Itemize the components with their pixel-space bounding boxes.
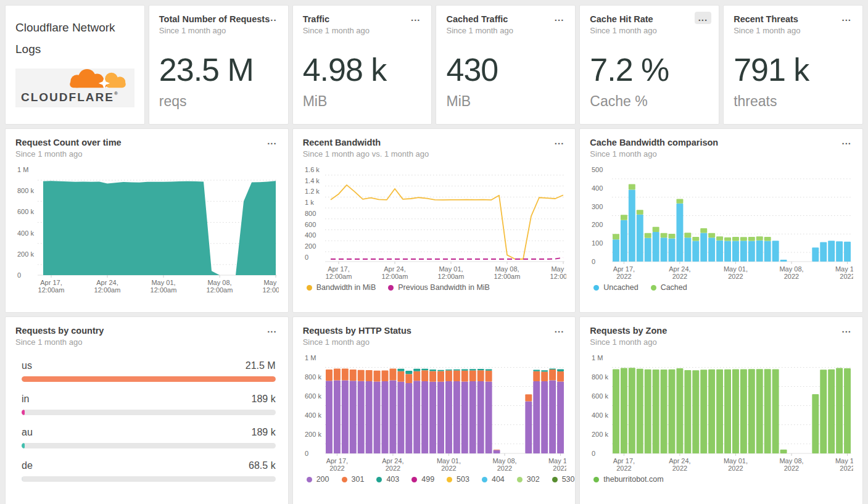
panel-subtitle: Since 1 month ago — [159, 26, 278, 35]
cache-bandwidth-stacked-bar-chart: 5004003002001000Apr 17,2022Apr 24,2022Ma… — [590, 165, 853, 282]
legend-dot-icon — [307, 477, 312, 482]
legend-dot-icon — [376, 477, 382, 482]
country-bar-track — [22, 443, 276, 448]
panel-recent-bandwidth-chart: Recent Bandwidth Since 1 month ago vs. 1… — [292, 128, 576, 313]
svg-text:Apr 24,12:00am: Apr 24,12:00am — [381, 265, 408, 280]
svg-text:800: 800 — [305, 210, 316, 217]
legend-dot-icon — [552, 477, 558, 482]
panel-title: Requests by country — [15, 326, 278, 336]
legend-dot-icon — [388, 285, 394, 291]
svg-text:1 M: 1 M — [17, 166, 28, 173]
panel-total-requests: Total Number of Requests Since 1 month a… — [149, 5, 289, 125]
dashboard: Cloudflare Network Logs CLOUDFLARE® Tota… — [0, 0, 868, 504]
chart-legend: 200301403499503404302530526524 — [307, 475, 566, 484]
panel-menu-button[interactable]: ... — [838, 135, 855, 147]
panel-menu-button[interactable]: ... — [407, 12, 424, 24]
legend-dot-icon — [482, 477, 487, 482]
panel-subtitle: Since 1 month ago — [734, 26, 853, 35]
panel-title: Traffic — [303, 14, 422, 24]
panel-subtitle: Since 1 month ago vs. 1 month ago — [303, 149, 566, 159]
country-value: 189 k — [252, 394, 276, 405]
svg-text:0: 0 — [305, 254, 308, 261]
country-row-au: au 189 k — [15, 427, 278, 448]
panel-menu-button[interactable]: ... — [695, 12, 712, 24]
panel-recent-threats: Recent Threats Since 1 month ago ... 791… — [723, 5, 863, 125]
panel-subtitle: Since 1 month ago — [590, 337, 853, 347]
panel-menu-button[interactable]: ... — [551, 12, 568, 24]
legend-dot-icon — [447, 477, 452, 482]
svg-text:0: 0 — [592, 450, 595, 457]
panel-menu-button[interactable]: ... — [838, 323, 855, 336]
panel-menu-button[interactable]: ... — [263, 323, 281, 336]
kpi-value: 791 k — [734, 51, 853, 88]
panel-title: Cache Bandwidth comparison — [590, 138, 853, 147]
country-row-in: in 189 k — [15, 394, 278, 415]
legend-dot-icon — [593, 285, 599, 291]
svg-text:May 15,12:00am: May 15,12:00am — [550, 265, 566, 280]
svg-text:800 k: 800 k — [17, 187, 34, 194]
svg-text:1 M: 1 M — [592, 354, 603, 361]
kpi-unit: reqs — [159, 93, 278, 110]
panel-menu-button[interactable]: ... — [263, 12, 281, 24]
legend-dot-icon — [651, 285, 656, 291]
kpi-unit: MiB — [446, 93, 565, 110]
panel-subtitle: Since 1 month ago — [590, 149, 853, 159]
svg-text:May 01,12:00am: May 01,12:00am — [151, 279, 177, 294]
panel-title: Cached Traffic — [446, 14, 565, 24]
svg-text:200 k: 200 k — [592, 431, 608, 438]
country-label: in — [22, 394, 29, 405]
svg-text:600: 600 — [305, 221, 316, 228]
legend-item: 503 — [447, 475, 469, 484]
legend-dot-icon — [411, 477, 417, 482]
legend-item: Cached — [651, 283, 687, 292]
country-bar-track — [22, 410, 276, 415]
country-value: 189 k — [252, 427, 276, 438]
legend-item: theburritobot.com — [593, 475, 663, 484]
svg-text:400 k: 400 k — [592, 411, 608, 419]
http-status-stacked-bar-chart: 1 M800 k600 k400 k200 k0Apr 17,2022Apr 2… — [303, 353, 566, 474]
panel-subtitle: Since 1 month ago — [446, 26, 565, 35]
svg-text:200: 200 — [592, 221, 603, 228]
svg-text:200 k: 200 k — [17, 250, 34, 258]
cloudflare-logo: CLOUDFLARE® — [15, 68, 134, 107]
panel-title: Requests by Zone — [590, 326, 853, 336]
svg-text:400: 400 — [592, 184, 603, 192]
legend-item: 499 — [411, 475, 434, 484]
country-value: 21.5 M — [246, 360, 276, 371]
panel-cached-traffic: Cached Traffic Since 1 month ago ... 430… — [436, 5, 576, 125]
panel-menu-button[interactable]: ... — [551, 135, 568, 147]
svg-text:100: 100 — [592, 239, 603, 247]
legend-dot-icon — [307, 285, 312, 291]
svg-text:600 k: 600 k — [305, 392, 321, 400]
legend-item: 530 — [552, 475, 575, 484]
legend-dot-icon — [517, 477, 523, 482]
panel-requests-by-http-status: Requests by HTTP Status Since 1 month ag… — [292, 316, 576, 504]
kpi-unit: Cache % — [590, 93, 709, 110]
svg-text:1.6 k: 1.6 k — [305, 166, 320, 173]
svg-text:Apr 17,2022: Apr 17,2022 — [613, 457, 635, 472]
panel-cloudflare-logo: Cloudflare Network Logs CLOUDFLARE® — [5, 5, 145, 125]
legend-item: Uncached — [593, 283, 638, 292]
legend-item: 403 — [376, 475, 399, 484]
country-bar-track — [22, 476, 276, 482]
legend-item: Bandwidth in MiB — [307, 283, 376, 292]
svg-text:May 15,2022: May 15,2022 — [835, 457, 853, 472]
panel-menu-button[interactable]: ... — [263, 135, 281, 147]
panel-menu-button[interactable]: ... — [838, 12, 855, 24]
legend-dot-icon — [593, 477, 599, 482]
svg-text:200 k: 200 k — [305, 431, 321, 438]
svg-text:Apr 24,2022: Apr 24,2022 — [382, 457, 403, 472]
panel-title: Total Number of Requests — [159, 14, 278, 24]
svg-text:Apr 17,12:00am: Apr 17,12:00am — [38, 279, 65, 294]
panel-requests-by-zone: Requests by Zone Since 1 month ago ... 1… — [579, 316, 863, 504]
svg-text:Apr 17,2022: Apr 17,2022 — [326, 457, 347, 472]
country-row-de: de 68.5 k — [15, 460, 278, 482]
svg-text:400 k: 400 k — [305, 411, 321, 419]
svg-text:200: 200 — [305, 242, 316, 250]
svg-text:1.4 k: 1.4 k — [305, 177, 320, 184]
svg-text:1 k: 1 k — [305, 199, 314, 206]
svg-text:May 15,2022: May 15,2022 — [835, 265, 853, 280]
panel-subtitle: Since 1 month ago — [15, 149, 278, 159]
svg-text:May 01,2022: May 01,2022 — [724, 457, 748, 472]
panel-menu-button[interactable]: ... — [551, 323, 568, 336]
